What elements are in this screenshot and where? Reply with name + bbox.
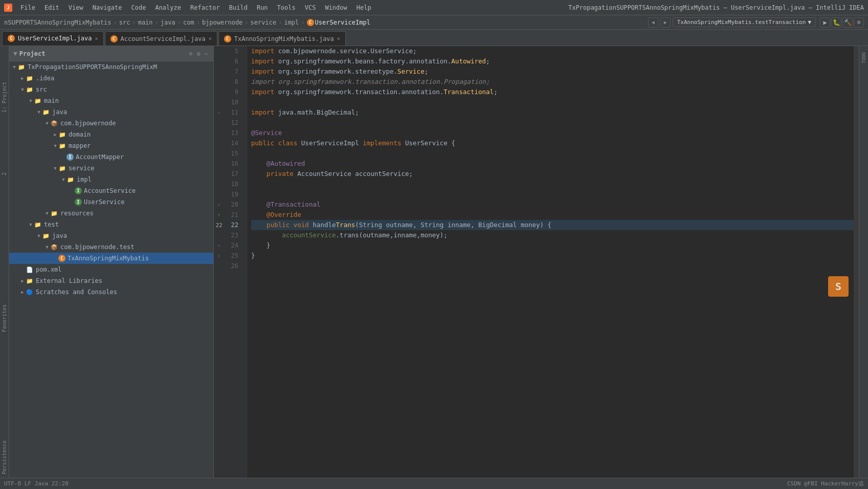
tree-arrow-java: ▼ — [36, 109, 42, 115]
tree-arrow-ext-libs: ▶ — [19, 278, 26, 284]
tree-accountmapper[interactable]: ▶ I AccountMapper — [9, 151, 213, 163]
menu-view[interactable]: View — [64, 3, 87, 12]
build-button[interactable]: 🔨 — [842, 17, 853, 28]
tab-close-2[interactable]: × — [337, 36, 340, 41]
tree-com-bjpowernode[interactable]: ▼ 📦 com.bjpowernode — [9, 118, 213, 129]
tab-icon-1: C — [110, 35, 118, 42]
code-line-13: @Service — [251, 128, 854, 138]
tree-test[interactable]: ▼ 📁 test — [9, 219, 213, 230]
menu-refactor[interactable]: Refactor — [186, 3, 224, 12]
code-line-5: import com.bjpowernode.service.UserServi… — [251, 46, 854, 56]
tree-java[interactable]: ▼ 📁 java — [9, 106, 213, 118]
tree-resources[interactable]: ▼ 📁 resources — [9, 208, 213, 219]
tab-close-0[interactable]: × — [95, 36, 98, 41]
gutter-override-21[interactable]: ↑ — [214, 210, 224, 220]
gutter-fold-25[interactable]: ⊖ — [214, 251, 224, 261]
sidebar-minimize-icon[interactable]: — — [204, 49, 209, 58]
code-line-24: } — [251, 240, 854, 251]
code-editor[interactable]: import com.bjpowernode.service.UserServi… — [247, 46, 854, 478]
menu-navigate[interactable]: Navigate — [88, 3, 126, 12]
tree-test-java[interactable]: ▼ 📁 java — [9, 230, 213, 241]
tree-accountservice[interactable]: ▶ I AccountService — [9, 185, 213, 196]
breadcrumb-project[interactable]: nSUPPORTSAnnoSpringMixMybatis — [4, 19, 112, 26]
breadcrumb-java[interactable]: java — [161, 19, 175, 26]
tree-root[interactable]: ▼ 📁 TxPropagationSUPPORTSAnnoSpringMixM — [9, 61, 213, 73]
code-line-12 — [251, 118, 854, 128]
right-panel: TODO — [859, 46, 868, 478]
menu-build[interactable]: Build — [225, 3, 252, 12]
tree-impl[interactable]: ▼ 📁 impl — [9, 174, 213, 185]
breadcrumb-bjpowernode[interactable]: bjpowernode — [202, 19, 242, 26]
gutter-fold-11[interactable]: ⊖ — [214, 107, 224, 118]
settings-button[interactable]: ⚙ — [854, 17, 864, 28]
breadcrumb-com[interactable]: com — [183, 19, 194, 26]
tree-label-root: TxPropagationSUPPORTSAnnoSpringMixM — [28, 63, 157, 71]
scrollbar[interactable] — [854, 46, 859, 478]
nav-back-button[interactable]: ◀ — [648, 17, 658, 28]
tree-main[interactable]: ▼ 📁 main — [9, 95, 213, 106]
breadcrumb-main[interactable]: main — [138, 19, 153, 26]
tab-close-1[interactable]: × — [209, 36, 212, 41]
tree-arrow-test: ▼ — [28, 221, 34, 228]
tree-userservice[interactable]: ▶ I UserService — [9, 196, 213, 208]
panel-favorites[interactable]: Favorites — [1, 300, 8, 336]
tree-domain[interactable]: ▶ 📁 domain — [9, 129, 213, 140]
tab-accountserviceimpl[interactable]: C AccountServiceImpl.java × — [105, 31, 217, 46]
tree-txanno[interactable]: ▶ C TxAnnoSpringMixMybatis — [9, 253, 213, 264]
breadcrumb-src[interactable]: src — [119, 19, 130, 26]
gutter-22[interactable]: 22 — [214, 220, 224, 230]
menu-analyze[interactable]: Analyze — [151, 3, 185, 12]
menu-vcs[interactable]: VCS — [301, 3, 320, 12]
right-panel-label[interactable]: TODO — [860, 48, 867, 68]
breadcrumb-classname[interactable]: UserServiceImpl — [315, 19, 370, 26]
nav-forward-button[interactable]: ▶ — [660, 17, 671, 28]
tab-txannospringmixmybatis[interactable]: C TxAnnoSpringMixMybatis.java × — [218, 31, 346, 46]
tree-pomxml[interactable]: ▶ 📄 pom.xml — [9, 264, 213, 275]
code-line-17: private AccountService accountService; — [251, 169, 854, 179]
menu-tools[interactable]: Tools — [273, 3, 300, 12]
method-dropdown[interactable]: TxAnnoSpringMixMybatis.testTransaction ▼ — [673, 17, 816, 27]
menu-window[interactable]: Window — [321, 3, 351, 12]
menu-run[interactable]: Run — [253, 3, 272, 12]
breadcrumb-impl[interactable]: impl — [284, 19, 299, 26]
tree-icon-test: 📁 — [34, 220, 42, 229]
menu-file[interactable]: File — [16, 3, 39, 12]
line-numbers: 5 6 7 8 9 10 11 12 13 14 15 16 17 18 19 … — [224, 46, 247, 478]
tree-service[interactable]: ▼ 📁 service — [9, 163, 213, 174]
panel-label-1[interactable]: 1: Project — [1, 78, 8, 117]
tree-ext-libs[interactable]: ▶ 📁 External Libraries — [9, 275, 213, 286]
tree-label-txanno: TxAnnoSpringMixMybatis — [68, 255, 149, 262]
debug-button[interactable]: 🐛 — [831, 17, 841, 28]
tree-arrow-service: ▼ — [52, 165, 58, 171]
tree-test-pkg[interactable]: ▼ 📦 com.bjpowernode.test — [9, 241, 213, 253]
gutter-fold-20[interactable]: ⊖ — [214, 199, 224, 210]
window-title: TxPropagationSUPPORTSAnnoSpringMixMybati… — [568, 4, 864, 11]
tab-icon-0: C — [8, 35, 15, 42]
run-button[interactable]: ▶ — [820, 17, 830, 28]
tree-src[interactable]: ▼ 📁 src — [9, 84, 213, 95]
menu-help[interactable]: Help — [352, 3, 375, 12]
code-area: ⊖ ⊖ ↑ 22 ⊖ ⊖ 5 6 7 8 9 10 11 12 — [214, 46, 859, 478]
menu-code[interactable]: Code — [127, 3, 150, 12]
tab-userserviceimpl[interactable]: C UserServiceImpl.java × — [2, 31, 104, 46]
breadcrumb-service[interactable]: service — [251, 19, 277, 26]
breadcrumb-bar: nSUPPORTSAnnoSpringMixMybatis › src › ma… — [0, 15, 868, 30]
panel-label-2[interactable]: 2 — [1, 168, 8, 180]
tab-label-1: AccountServiceImpl.java — [121, 35, 206, 42]
gutter-fold-24[interactable]: ⊖ — [214, 240, 224, 251]
tree-scratches[interactable]: ▶ 🔵 Scratches and Consoles — [9, 286, 213, 298]
panel-persistence[interactable]: Persistence — [1, 436, 8, 478]
tree-arrow-resources: ▼ — [44, 210, 50, 216]
sidebar-settings-icon[interactable]: ⚙ — [196, 49, 202, 58]
code-line-8: import org.springframework.transaction.a… — [251, 77, 854, 87]
tree-label-scratches: Scratches and Consoles — [36, 288, 117, 296]
tree-idea[interactable]: ▶ 📁 .idea — [9, 73, 213, 84]
tree-mapper[interactable]: ▼ 📁 mapper — [9, 140, 213, 151]
tab-label-0: UserServiceImpl.java — [18, 35, 92, 42]
tree-label-src: src — [36, 86, 47, 93]
code-line-14: public class UserServiceImpl implements … — [251, 138, 854, 148]
code-line-20: @Transactional — [251, 199, 854, 210]
tree-arrow-test-pkg: ▼ — [44, 244, 50, 250]
sidebar-scope-icon[interactable]: ⊙ — [188, 49, 193, 58]
menu-edit[interactable]: Edit — [40, 3, 63, 12]
